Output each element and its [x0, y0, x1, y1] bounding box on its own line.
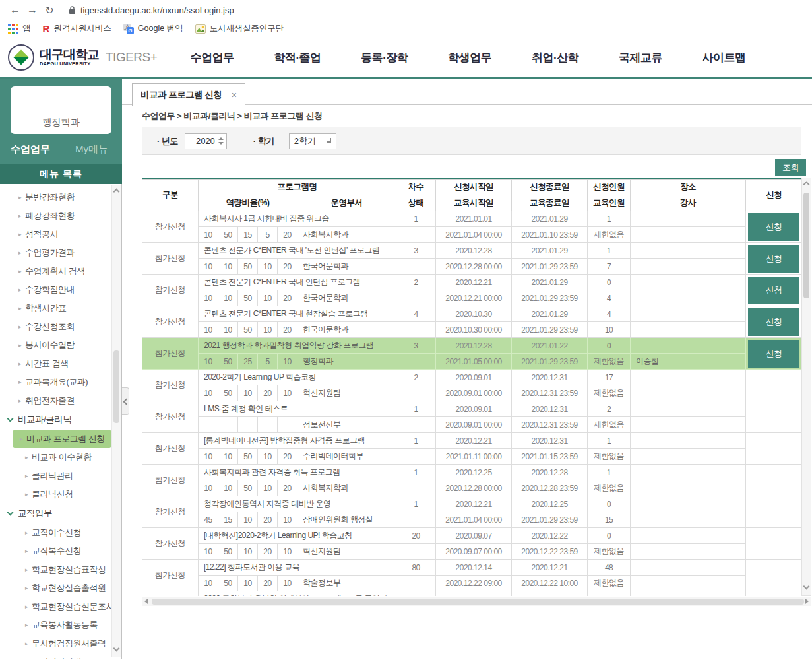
sidebar-item[interactable]: ▸수업평가결과 — [0, 244, 121, 262]
ratio-cell — [258, 417, 278, 433]
program-row[interactable]: 참가신청 2021 행정학과 학과밀착형 취업역량 강화 프로그램 3 2020… — [142, 338, 802, 354]
program-detail-row[interactable]: 10 10 50 10 20 한국어문학과 2020.10.30 00:00 2… — [142, 322, 802, 338]
program-row[interactable]: 참가신청 [통계빅데이터전공] 방학집중형 자격증 프로그램 1 2020.12… — [142, 433, 802, 449]
sidebar-collapse-handle[interactable] — [122, 387, 129, 415]
program-row[interactable]: 참가신청 콘텐츠 전문가 C*ENTER 국내 '도전 인턴십' 프로그램 3 … — [142, 243, 802, 259]
scroll-left-icon[interactable] — [144, 599, 148, 604]
program-row[interactable]: 참가신청 콘텐츠 전문가 C*ENTER 국내 현장실습 프로그램 4 2020… — [142, 306, 802, 322]
table-horizontal-scrollbar[interactable] — [142, 597, 811, 606]
sidebar-item[interactable]: ▸수강신청조회 — [0, 317, 121, 336]
bookmark-google-translate[interactable]: 文G Google 번역 — [123, 23, 183, 34]
address-bar[interactable]: tigersstd.daegu.ac.kr/nxrun/ssoLogin.jsp — [69, 5, 234, 15]
reload-icon[interactable]: ↻ — [41, 4, 58, 16]
sidebar-item-active[interactable]: ▸비교과 프로그램 신청 — [13, 430, 111, 448]
program-row[interactable]: 참가신청 청각장애인통역사 자격증 대비반 운영 1 2020.12.21 20… — [142, 496, 802, 512]
program-detail-row[interactable]: 10 50 15 5 20 사회복지학과 2021.01.04 00:00 20… — [142, 227, 802, 243]
program-detail-row[interactable]: 10 10 50 10 20 한국어문학과 2020.12.28 00:00 2… — [142, 259, 802, 275]
nav-item-student[interactable]: 학생업무 — [448, 50, 491, 65]
search-button[interactable]: 조회 — [775, 159, 806, 176]
sidebar-item[interactable]: ▸학교현장실습설문조사 — [0, 597, 121, 616]
bookmark-remote-support[interactable]: R 원격지원서비스 — [43, 23, 111, 34]
nav-item-tuition[interactable]: 등록·장학 — [361, 50, 408, 65]
program-detail-row[interactable]: 10 50 10 20 10 혁신지원팀 2020.09.07 00:00 20… — [142, 544, 802, 560]
sidebar-item[interactable]: ▸폐강강좌현황 — [0, 207, 121, 225]
sidebar-tab-mymenu[interactable]: My메뉴 — [61, 143, 122, 156]
program-detail-row[interactable]: 45 15 10 20 10 장애인위원회 행정실 2021.01.04 00:… — [142, 512, 802, 528]
sidebar-item[interactable]: ▸취업전자출결 — [0, 391, 121, 410]
nav-item-records[interactable]: 학적·졸업 — [274, 50, 321, 65]
sidebar-item[interactable]: ▸교직복수신청 — [0, 542, 121, 560]
program-detail-row[interactable]: 10 50 10 20 10 혁신지원팀 2020.09.01 00:00 20… — [142, 385, 802, 401]
place-cell — [631, 465, 746, 480]
sidebar-scroll-thumb[interactable] — [113, 350, 119, 423]
table-vertical-scrollbar[interactable] — [801, 178, 811, 596]
apply-button[interactable]: 신청 — [748, 245, 799, 273]
sidebar-item[interactable]: ▸학교현장실습표작성 — [0, 560, 121, 579]
forward-icon[interactable]: → — [24, 4, 41, 16]
sidebar-item[interactable]: ▸무시험검정원서출력 — [0, 634, 121, 653]
program-detail-row[interactable]: 10 50 10 20 10 학술정보부 2020.12.22 09:00 20… — [142, 576, 802, 591]
apply-button[interactable]: 신청 — [748, 213, 799, 241]
sidebar-item[interactable]: ▸성적공시 — [0, 225, 121, 244]
sidebar-item[interactable]: ▸클리닉신청 — [0, 485, 121, 504]
scroll-thumb[interactable] — [152, 599, 804, 605]
back-icon[interactable]: ← — [7, 4, 24, 16]
scroll-down-icon[interactable] — [803, 583, 810, 590]
nav-item-sitemap[interactable]: 사이트맵 — [703, 50, 746, 65]
tab-close-icon[interactable]: × — [232, 90, 237, 100]
sidebar-item[interactable]: ▸시간표 검색 — [0, 354, 121, 373]
program-row[interactable]: 참가신청 [대학혁신]2020-2학기 Learning UP! 학습코칭 20… — [142, 528, 802, 544]
scroll-right-icon[interactable] — [805, 599, 809, 604]
sidebar-section[interactable]: 비교과/클리닉 — [0, 410, 121, 430]
program-detail-row[interactable]: 10 50 25 5 10 행정학과 2021.01.05 00:00 2021… — [142, 354, 802, 370]
program-detail-row[interactable]: 정보전산부 2020.09.01 00:00 2020.12.31 23:59 … — [142, 417, 802, 433]
spinner-icon[interactable] — [218, 137, 224, 145]
scroll-up-icon[interactable] — [803, 182, 810, 188]
sidebar-item[interactable]: ▸비교과 이수현황 — [0, 448, 121, 467]
sidebar-item[interactable]: ▸수업계획서 검색 — [0, 262, 121, 280]
sidebar-section[interactable]: 교직업무 — [0, 504, 121, 523]
apply-button[interactable]: 신청 — [748, 308, 799, 336]
program-detail-row[interactable]: 10 10 50 10 20 수리빅데이터학부 2021.01.11 00:00… — [142, 449, 802, 465]
semester-select[interactable]: 2학기 — [289, 133, 336, 149]
nav-item-international[interactable]: 국제교류 — [619, 50, 662, 65]
ratio-cell: 50 — [238, 322, 258, 338]
sidebar-item[interactable]: ▸학생시간표 — [0, 299, 121, 317]
year-input[interactable]: 2020 — [185, 133, 227, 149]
sidebar-item[interactable]: ▸교과목개요(교과) — [0, 373, 121, 391]
program-row[interactable]: 참가신청 사회복지학과 관련 자격증 취득 프로그램 1 2020.12.25 … — [142, 465, 802, 480]
apply-button[interactable]: 신청 — [748, 277, 799, 304]
sidebar-item[interactable]: ▸학교현장실습출석원 — [0, 579, 121, 597]
nav-item-classes[interactable]: 수업업무 — [191, 50, 234, 65]
sidebar-item[interactable]: ▸분반강좌현황 — [0, 188, 121, 207]
sidebar-tab-work[interactable]: 수업업무 — [0, 143, 61, 156]
program-row[interactable]: 참가신청 LMS-줌 계정 확인 테스트 1 2020.09.01 2020.1… — [142, 401, 802, 417]
sidebar-scrollbar[interactable] — [111, 185, 121, 657]
ratio-cell — [238, 417, 258, 433]
program-detail-row[interactable]: 10 10 50 10 20 사회복지학과 2020.12.28 00:00 2… — [142, 480, 802, 496]
bookmark-research-group[interactable]: 도시재생실증연구단 — [195, 23, 284, 34]
sidebar-item[interactable]: ▸봉사이수열람 — [0, 336, 121, 354]
scroll-thumb[interactable] — [803, 193, 809, 298]
col-dept: 운영부서 — [297, 195, 396, 211]
program-row[interactable]: 참가신청 콘텐츠 전문가 C*ENTER 국내 인턴십 프로그램 2 2020.… — [142, 275, 802, 290]
scroll-up-icon[interactable] — [113, 189, 120, 195]
university-logo[interactable]: 대구대학교 DAEGU UNIVERSITY TIGERS+ — [8, 44, 157, 71]
program-row[interactable]: 참가신청 사회복지사 1급 시험대비 집중 워크숍 1 2021.01.01 2… — [142, 211, 802, 227]
bookmark-apps[interactable]: 앱 — [8, 23, 31, 34]
scroll-down-icon[interactable] — [113, 645, 120, 652]
tab-program-apply[interactable]: 비교과 프로그램 신청 × — [132, 83, 245, 106]
sidebar-item[interactable]: ▸클리닉관리 — [0, 467, 121, 485]
sidebar-item[interactable]: ▸교직사정안내 — [0, 653, 121, 659]
sidebar-item[interactable]: ▸수강학점안내 — [0, 280, 121, 299]
program-detail-row[interactable]: 10 10 50 10 20 한국어문학과 2020.12.21 00:00 2… — [142, 290, 802, 306]
program-row[interactable]: 참가신청 [12.22] 창파도서관 이용 교육 80 2020.12.14 2… — [142, 560, 802, 576]
program-row[interactable]: 2020 특화분야 융복합 인재양성 프로그램 - 토목 졸업서 6 2020.… — [142, 591, 802, 597]
sidebar-item[interactable]: ▸교직이수신청 — [0, 523, 121, 542]
program-row[interactable]: 참가신청 2020-2학기 Learning UP 학습코칭 2 2020.09… — [142, 370, 802, 385]
nav-item-career[interactable]: 취업·산학 — [532, 50, 578, 65]
apply-button[interactable]: 신청 — [748, 340, 799, 368]
logo-title: 대구대학교 — [40, 49, 99, 61]
sidebar-item[interactable]: ▸교육봉사활동등록 — [0, 616, 121, 634]
ratio-cell: 10 — [199, 544, 218, 560]
